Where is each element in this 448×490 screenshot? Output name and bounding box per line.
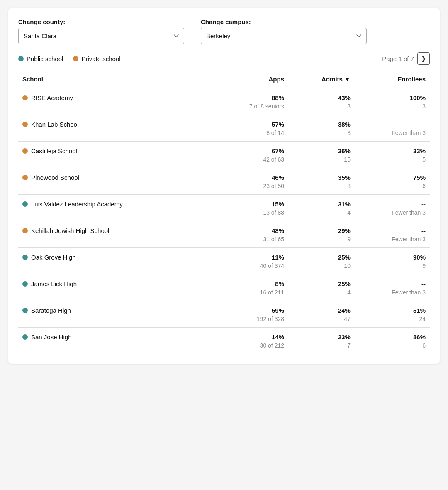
pagination: Page 1 of 7 ❯ xyxy=(382,52,430,65)
enrollees-sub: 6 xyxy=(355,182,430,195)
school-type-dot xyxy=(22,201,28,207)
school-type-dot xyxy=(22,281,28,287)
admits-pct: 25% xyxy=(288,248,355,262)
enrollees-sub: Fewer than 3 xyxy=(355,288,430,301)
enrollees-pct: 90% xyxy=(355,248,430,262)
table-row-sub: 192 of 328 47 24 xyxy=(18,315,430,328)
table-row-sub: 40 of 374 10 9 xyxy=(18,262,430,274)
school-name: Saratoga High xyxy=(31,307,71,314)
school-apps-sub-label xyxy=(18,102,212,115)
col-admits[interactable]: Admits ▼ xyxy=(288,72,355,88)
admits-sub: 7 xyxy=(288,341,355,354)
admits-sub: 4 xyxy=(288,208,355,221)
public-dot-icon xyxy=(18,56,24,61)
table-row-sub: 8 of 14 3 Fewer than 3 xyxy=(18,129,430,142)
private-dot-icon xyxy=(73,56,78,61)
school-apps-sub-label xyxy=(18,315,212,328)
enrollees-pct: 86% xyxy=(355,328,430,342)
enrollees-sub: 9 xyxy=(355,262,430,274)
school-name: Castilleja School xyxy=(31,147,77,154)
enrollees-pct: 100% xyxy=(355,88,430,102)
table-row: RISE Academy 88% 43% 100% xyxy=(18,88,430,102)
admits-pct: 43% xyxy=(288,88,355,102)
school-name: Oak Grove High xyxy=(31,254,76,261)
campus-control: Change campus: BerkeleyUCLAUC San DiegoU… xyxy=(201,18,367,44)
school-apps-sub-label xyxy=(18,182,212,195)
school-apps-sub-label xyxy=(18,235,212,248)
pagination-text: Page 1 of 7 xyxy=(382,55,414,62)
apps-pct: 46% xyxy=(212,168,288,182)
admits-sub: 8 xyxy=(288,182,355,195)
admits-sub: 15 xyxy=(288,155,355,168)
school-apps-sub-label xyxy=(18,262,212,274)
table-row: James Lick High 8% 25% -- xyxy=(18,274,430,289)
apps-sub: 30 of 212 xyxy=(212,341,288,354)
apps-pct: 67% xyxy=(212,142,288,156)
legend-pagination-row: Public school Private school Page 1 of 7… xyxy=(18,52,430,65)
admits-sub: 10 xyxy=(288,262,355,274)
school-name: Kehillah Jewish High School xyxy=(31,227,109,234)
apps-pct: 11% xyxy=(212,248,288,262)
col-school: School xyxy=(18,72,212,88)
apps-pct: 59% xyxy=(212,301,288,315)
school-type-dot xyxy=(22,122,28,127)
table-row-sub: 16 of 211 4 Fewer than 3 xyxy=(18,288,430,301)
table-row: Pinewood School 46% 35% 75% xyxy=(18,168,430,182)
enrollees-pct: -- xyxy=(355,115,430,129)
enrollees-pct: -- xyxy=(355,195,430,209)
enrollees-pct: -- xyxy=(355,274,430,289)
next-page-button[interactable]: ❯ xyxy=(417,52,430,65)
county-label: Change county: xyxy=(18,18,184,25)
school-name-cell: Luis Valdez Leadership Academy xyxy=(18,195,212,209)
school-apps-sub-label xyxy=(18,129,212,142)
apps-pct: 14% xyxy=(212,328,288,342)
table-row-sub: 30 of 212 7 6 xyxy=(18,341,430,354)
table-row: San Jose High 14% 23% 86% xyxy=(18,328,430,342)
school-name-cell: Kehillah Jewish High School xyxy=(18,221,212,235)
table-row: Luis Valdez Leadership Academy 15% 31% -… xyxy=(18,195,430,209)
school-name-cell: Castilleja School xyxy=(18,142,212,156)
school-name: Khan Lab School xyxy=(31,121,78,128)
school-type-dot xyxy=(22,255,28,260)
enrollees-pct: 51% xyxy=(355,301,430,315)
school-type-dot xyxy=(22,95,28,100)
school-name-cell: San Jose High xyxy=(18,328,212,342)
enrollees-sub: 5 xyxy=(355,155,430,168)
admits-pct: 24% xyxy=(288,301,355,315)
admits-pct: 29% xyxy=(288,221,355,235)
admits-pct: 38% xyxy=(288,115,355,129)
school-type-dot xyxy=(22,175,28,180)
apps-sub: 192 of 328 xyxy=(212,315,288,328)
enrollees-pct: 75% xyxy=(355,168,430,182)
main-container: Change county: Santa ClaraAlamedaSan Fra… xyxy=(8,8,440,364)
apps-sub: 23 of 50 xyxy=(212,182,288,195)
table-header: School Apps Admits ▼ Enrollees xyxy=(18,72,430,88)
county-select[interactable]: Santa ClaraAlamedaSan FranciscoSan Mateo… xyxy=(18,28,184,44)
table-row: Khan Lab School 57% 38% -- xyxy=(18,115,430,129)
table-row: Kehillah Jewish High School 48% 29% -- xyxy=(18,221,430,235)
controls-row: Change county: Santa ClaraAlamedaSan Fra… xyxy=(18,18,430,44)
apps-pct: 88% xyxy=(212,88,288,102)
legend-public-label: Public school xyxy=(27,55,63,62)
table-row: Saratoga High 59% 24% 51% xyxy=(18,301,430,315)
school-name-cell: Oak Grove High xyxy=(18,248,212,262)
admits-pct: 35% xyxy=(288,168,355,182)
school-apps-sub-label xyxy=(18,341,212,354)
apps-sub: 16 of 211 xyxy=(212,288,288,301)
school-name: San Jose High xyxy=(31,333,72,341)
enrollees-sub: Fewer than 3 xyxy=(355,235,430,248)
col-enrollees: Enrollees xyxy=(355,72,430,88)
campus-select[interactable]: BerkeleyUCLAUC San DiegoUC DavisUC Santa… xyxy=(201,28,367,44)
table-row: Castilleja School 67% 36% 33% xyxy=(18,142,430,156)
enrollees-sub: Fewer than 3 xyxy=(355,129,430,142)
admits-pct: 25% xyxy=(288,274,355,289)
legend-public: Public school xyxy=(18,55,63,62)
table-row: Oak Grove High 11% 25% 90% xyxy=(18,248,430,262)
admits-pct: 36% xyxy=(288,142,355,156)
apps-pct: 57% xyxy=(212,115,288,129)
admits-pct: 31% xyxy=(288,195,355,209)
legend-private-label: Private school xyxy=(81,55,120,62)
school-type-dot xyxy=(22,334,28,340)
legend: Public school Private school xyxy=(18,55,121,62)
school-name: James Lick High xyxy=(31,280,77,287)
